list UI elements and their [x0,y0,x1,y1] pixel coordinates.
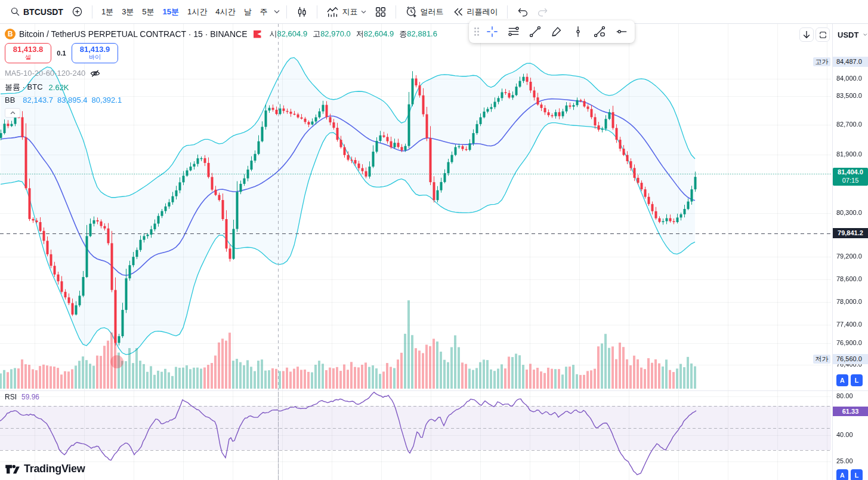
alarm-clock-icon [405,5,418,18]
timeframe-1시간[interactable]: 1시간 [183,4,211,20]
ma-legend-label[interactable]: MA5-10-20-60-120-240 [5,69,85,78]
ohlc-item: 저82,604.9 [356,29,394,39]
low-price-chip: 저가 [813,355,830,364]
timeframe-주[interactable]: 주 [256,4,272,20]
chart-legend: B Bitcoin / TetherUS PERPETUAL CONTRACT … [5,29,437,118]
scroll-to-recent-button[interactable] [799,27,814,42]
ohlc-item: 시82,604.9 [270,29,308,39]
volume-legend-label[interactable]: 볼륨 · BTC [5,82,43,93]
indicators-button[interactable]: 지표 [322,4,370,20]
bb-legend-values: 82,143.783,895.480,392.1 [18,96,122,104]
replay-button[interactable]: 리플레이 [448,4,502,20]
exchange-icon [254,30,261,38]
high-price-chip: 고가 [813,57,830,66]
ohlc-values: 시82,604.9고82,970.0저82,604.9종82,881.6 [270,29,437,39]
timeframe-5분[interactable]: 5분 [138,4,158,20]
pane-separator[interactable] [0,390,868,391]
sell-price: 81,413.8 [5,45,51,54]
chart-type-button[interactable] [292,3,312,21]
timeframe-menu-chevron-icon[interactable] [272,7,282,16]
trade-buttons-row: 81,413.8 셀 0.1 81,413.9 바이 [5,43,437,63]
indicators-icon [326,6,339,18]
rsi-legend-value: 59.96 [21,393,39,401]
bb-value: 80,392.1 [92,96,122,104]
timeframe-3분[interactable]: 3분 [118,4,138,20]
price-tick: 78,000.0 [836,298,862,305]
price-tick: 77,400.0 [836,321,862,328]
last-price-tag: 81,404.0 07:15 [833,168,868,186]
tradingview-logo[interactable]: TradingView [5,463,85,475]
plus-circle-icon [72,6,83,17]
tradingview-logo-text: TradingView [24,463,85,475]
layout-templates-button[interactable] [370,4,391,20]
price-tick: 78,600.0 [836,275,862,282]
rsi-value-tag: 61.33 [833,407,868,416]
price-tick: 76,900.0 [836,339,862,346]
log-scale-button[interactable]: L [851,469,863,480]
timeframe-날[interactable]: 날 [240,4,256,20]
bitcoin-icon: B [5,29,16,39]
maximize-pane-button[interactable] [816,27,830,42]
high-price-value: 84,487.0 [833,57,868,67]
brush-tool[interactable] [546,21,567,42]
undo-button[interactable] [512,4,533,20]
toolbar-separator [317,5,317,19]
price-tick: 25.00 [836,457,853,464]
tradingview-mark-icon [5,463,20,475]
crosshair-tool[interactable] [482,21,502,42]
auto-scale-button[interactable]: A [836,469,848,480]
eye-off-icon[interactable] [90,69,100,78]
timeframe-1분[interactable]: 1분 [97,4,118,20]
currency-label: USDT [838,30,858,39]
toolbar-separator [92,5,92,19]
ohlc-item: 종82,881.6 [399,29,437,39]
trend-line-tool[interactable] [525,21,545,42]
buy-label: 바이 [72,54,118,61]
timeframe-group: 1분3분5분15분1시간4시간날주 [97,4,272,20]
timeframe-15분[interactable]: 15분 [159,4,183,20]
last-price-time: 07:15 [833,177,868,184]
rsi-legend-label: RSI [5,393,17,401]
replay-label: 리플레이 [467,7,498,17]
bb-legend-label[interactable]: BB [5,96,15,104]
volume-legend-value: 2.62K [49,83,69,92]
rsi-legend[interactable]: RSI 59.96 [5,393,39,401]
buy-price: 81,413.9 [72,45,118,54]
sell-button[interactable]: 81,413.8 셀 [5,43,51,63]
price-tick: 40.00 [836,431,853,438]
horizontal-lines-tool[interactable] [503,21,524,42]
chevron-down-icon [361,10,366,14]
low-price-value: 76,560.0 [833,354,868,364]
auto-scale-button[interactable]: A [836,374,848,386]
bb-value: 83,895.4 [57,96,88,104]
legend-collapse-button[interactable] [5,108,20,118]
horizontal-ray-tool[interactable] [611,21,631,42]
price-tick: 80,300.0 [836,209,862,216]
spread-value: 0.1 [51,50,72,57]
timeframe-4시간[interactable]: 4시간 [211,4,239,20]
price-tick: 83,500.0 [836,92,862,99]
sell-label: 셀 [5,54,51,61]
toolbar-drag-handle[interactable] [472,21,481,42]
price-tick: 81,900.0 [836,150,862,158]
currency-dropdown[interactable]: USDT [834,27,867,42]
buy-button[interactable]: 81,413.9 바이 [72,43,118,63]
replay-icon [452,7,464,17]
symbol-search-button[interactable]: BTCUSDT [6,4,67,19]
redo-button[interactable] [533,4,553,20]
vertical-line-tool[interactable] [568,21,588,42]
ohlc-item: 고82,970.0 [313,29,351,39]
floating-drawing-toolbar[interactable] [469,20,635,43]
log-scale-button[interactable]: L [851,374,863,386]
alert-label: 얼러트 [421,7,444,17]
symbol-title[interactable]: Bitcoin / TetherUS PERPETUAL CONTRACT · … [19,29,248,39]
price-tick: 79,200.0 [836,253,862,260]
path-tool[interactable] [589,21,610,42]
compare-add-button[interactable] [67,4,87,20]
grid-layout-icon [375,6,387,18]
alert-button[interactable]: 얼러트 [401,3,448,20]
candles-icon [296,5,308,19]
indicators-label: 지표 [342,7,358,17]
price-tick: 84,000.0 [836,75,862,82]
level-price-tag: 79,841.2 [833,228,868,238]
